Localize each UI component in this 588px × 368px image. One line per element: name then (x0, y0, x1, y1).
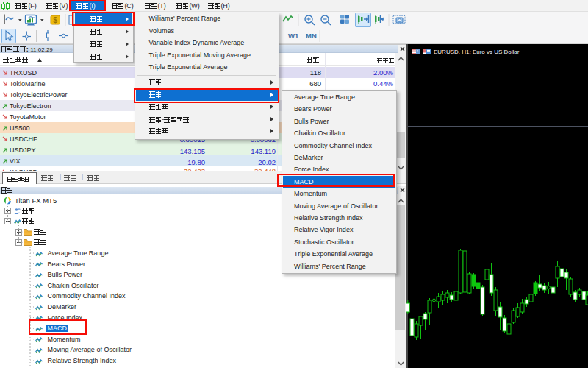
svg-text:MN: MN (306, 32, 317, 40)
svg-text:W1: W1 (288, 32, 299, 40)
svg-text:$: $ (53, 15, 57, 24)
